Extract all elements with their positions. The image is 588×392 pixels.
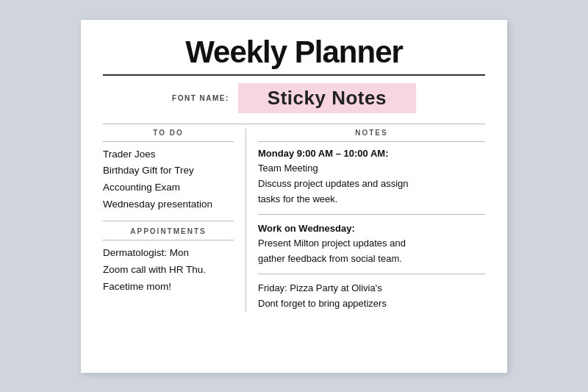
note-line: Team Meeting	[258, 161, 485, 177]
todo-header: TO DO	[103, 129, 234, 137]
note-line: Friday: Pizza Party at Olivia's	[258, 281, 485, 296]
todo-header-divider	[103, 141, 234, 142]
todo-list: Trader Joes Birthday Gift for Trey Accou…	[103, 146, 234, 214]
notes-header-divider	[258, 141, 485, 142]
appointments-header: APPOINTMENTS	[103, 227, 234, 235]
list-item: Zoom call with HR Thu.	[103, 262, 234, 279]
list-item: Accounting Exam	[103, 179, 234, 196]
title-divider	[103, 74, 485, 76]
list-item: Trader Joes	[103, 146, 234, 163]
notes-header: NOTES	[258, 129, 485, 137]
note-block-1: Monday 9:00 AM – 10:00 AM: Team Meeting …	[258, 146, 485, 207]
todo-appointments-divider	[103, 221, 234, 221]
appointments-header-divider	[103, 240, 234, 240]
right-column: NOTES Monday 9:00 AM – 10:00 AM: Team Me…	[246, 129, 485, 312]
font-name-value: Sticky Notes	[238, 83, 416, 113]
note-separator-1	[258, 214, 485, 215]
main-columns: TO DO Trader Joes Birthday Gift for Trey…	[103, 129, 485, 312]
note-line: Work on Wednesday:	[258, 221, 485, 237]
font-name-label: FONT NAME:	[172, 94, 229, 102]
list-item: Birthday Gift for Trey	[103, 163, 234, 179]
planner-title: Weekly Planner	[103, 35, 485, 70]
note-line: Present Milton project updates and	[258, 236, 485, 252]
list-item: Wednesday presentation	[103, 196, 234, 213]
note-line: tasks for the week.	[258, 192, 485, 207]
note-block-2: Work on Wednesday: Present Milton projec…	[258, 221, 485, 267]
section-divider-top	[103, 124, 485, 124]
list-item: Facetime mom!	[103, 279, 234, 296]
note-line: Monday 9:00 AM – 10:00 AM:	[258, 146, 485, 162]
list-item: Dermatologist: Mon	[103, 245, 234, 262]
note-separator-2	[258, 274, 485, 274]
left-column: TO DO Trader Joes Birthday Gift for Trey…	[103, 129, 246, 312]
planner-container: Weekly Planner FONT NAME: Sticky Notes T…	[81, 20, 507, 373]
appointments-list: Dermatologist: Mon Zoom call with HR Thu…	[103, 245, 234, 296]
note-line: Discuss project updates and assign	[258, 177, 485, 192]
note-line: Dont forget to bring appetizers	[258, 296, 485, 312]
font-name-row: FONT NAME: Sticky Notes	[103, 83, 485, 113]
note-line: gather feedback from social team.	[258, 252, 485, 267]
note-block-3: Friday: Pizza Party at Olivia's Dont for…	[258, 281, 485, 312]
